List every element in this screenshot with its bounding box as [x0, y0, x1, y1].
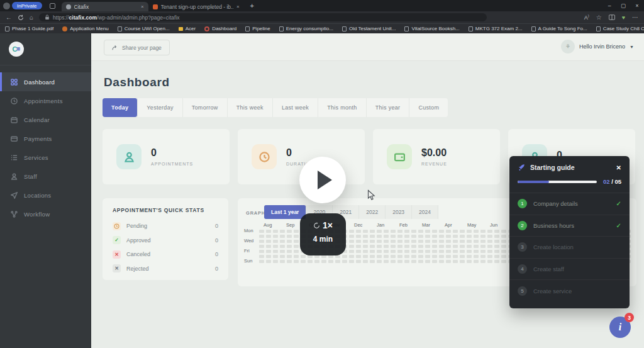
tab-title: Tenant sign-up completed - ib...	[161, 4, 233, 10]
favorites-star-icon[interactable]: ☆	[596, 14, 602, 21]
sidebar-item-payments[interactable]: Payments	[0, 129, 91, 148]
sidebar-item-dashboard[interactable]: Dashboard	[0, 72, 91, 91]
heatmap-cell	[384, 245, 389, 248]
minimize-button[interactable]: –	[602, 3, 616, 9]
bookmark-label: A Guide To Song Fo...	[538, 26, 587, 31]
tab-close-icon[interactable]: ×	[236, 4, 240, 9]
filter-tab-this-year[interactable]: This year	[367, 98, 410, 117]
heatmap-cell	[439, 255, 444, 258]
stat-value: 0	[286, 147, 318, 159]
heatmap-cell	[404, 230, 409, 233]
filter-tab-this-month[interactable]: This month	[318, 98, 367, 117]
browser-tab-tenant[interactable]: Tenant sign-up completed - ib... ×	[148, 2, 244, 11]
read-aloud-icon[interactable]: A)	[584, 14, 589, 21]
sidebar-item-staff[interactable]: Staff	[0, 167, 91, 186]
refresh-icon[interactable]	[18, 14, 24, 21]
heatmap-cell	[294, 240, 299, 243]
pending-clock-icon	[113, 222, 121, 230]
sidebar-item-workflow[interactable]: Workflow	[0, 205, 91, 223]
video-play-button[interactable]	[299, 157, 346, 203]
sidebar-divider	[0, 65, 91, 65]
month-label: Apr	[445, 222, 452, 228]
video-info-badge[interactable]: 1× 4 min	[300, 213, 346, 255]
filter-tab-this-week[interactable]: This week	[228, 98, 273, 117]
more-menu-icon[interactable]: ⋯	[632, 14, 638, 21]
bookmark-item[interactable]: VitalSource Booksh...	[404, 26, 459, 31]
playback-speed-icon	[313, 222, 320, 229]
bookmark-label: Application Menu	[70, 26, 108, 31]
guide-close-icon[interactable]: ✕	[616, 164, 621, 171]
guide-step-company-details[interactable]: 1Company details✓	[509, 193, 630, 215]
heatmap-cell	[335, 260, 340, 263]
heatmap-cell	[501, 230, 506, 233]
graph-tab-2022[interactable]: 2022	[359, 205, 386, 219]
share-icon	[112, 45, 118, 50]
graph-tab-2024[interactable]: 2024	[412, 205, 438, 219]
graph-tab-last-1-year[interactable]: Last 1 year	[264, 205, 306, 219]
heatmap-cell	[425, 260, 430, 263]
bookmark-item[interactable]: Energy consumptio...	[279, 26, 333, 31]
file-icon	[469, 26, 473, 31]
rocket-icon	[518, 164, 525, 171]
sidebar-item-services[interactable]: Services	[0, 148, 91, 167]
bookmark-item[interactable]: MKTG 372 Exam 2...	[469, 26, 523, 31]
sidebar-item-locations[interactable]: Locations	[0, 186, 91, 205]
tab-title: Citafix	[74, 4, 138, 10]
share-page-button[interactable]: Share your page	[104, 40, 170, 55]
back-icon[interactable]: ←	[6, 14, 12, 21]
close-button[interactable]: ×	[630, 3, 644, 9]
browser-toolbar: ← ⌂ https://citafix.com/wp-admin/admin.p…	[0, 11, 644, 23]
filter-tab-yesterday[interactable]: Yesterday	[138, 98, 182, 117]
month-label: Feb	[399, 222, 408, 228]
bookmark-item[interactable]: Pipeline	[245, 26, 270, 31]
mail-favicon-icon	[153, 4, 158, 9]
heatmap-cell	[467, 240, 472, 243]
browser-tabstrip: InPrivate Citafix × Tenant sign-up compl…	[0, 0, 644, 11]
bookmark-item[interactable]: A Guide To Song Fo...	[531, 26, 587, 31]
tab-close-icon[interactable]: ×	[141, 4, 144, 9]
heatmap-cell	[363, 260, 368, 263]
bookmark-item[interactable]: Acer	[179, 26, 196, 31]
maximize-button[interactable]: ▢	[616, 3, 630, 9]
bookmark-item[interactable]: Course UWI Open...	[118, 26, 170, 31]
bookmark-item[interactable]: Dashboard	[204, 26, 236, 31]
heatmap-cell	[474, 230, 479, 233]
filter-tab-last-week[interactable]: Last week	[273, 98, 318, 117]
graph-tab-2023[interactable]: 2023	[386, 205, 412, 219]
bookmark-item[interactable]: Phase 1 Guide.pdf	[5, 26, 53, 31]
heatmap-cell	[266, 250, 271, 253]
sidebar-item-calendar[interactable]: Calendar	[0, 110, 91, 129]
filter-tab-tomorrow[interactable]: Tomorrow	[183, 98, 228, 117]
heatmap-cell	[404, 255, 409, 258]
user-menu[interactable]: ⚘ Hello Irvin Briceno ▼	[561, 40, 634, 53]
bookmark-item[interactable]: Application Menu	[62, 26, 108, 31]
quick-stat-value: 0	[215, 251, 218, 257]
home-icon[interactable]: ⌂	[30, 14, 33, 21]
filter-tab-today[interactable]: Today	[103, 98, 138, 117]
heatmap-cell	[467, 245, 472, 248]
filter-tab-custom[interactable]: Custom	[409, 98, 448, 117]
bookmark-item[interactable]: Old Testament Unit...	[342, 26, 396, 31]
split-screen-icon[interactable]	[609, 14, 615, 20]
guide-step-create-staff[interactable]: 4Create staff✓	[509, 259, 630, 281]
new-tab-button[interactable]: +	[250, 2, 254, 9]
heatmap-cell	[370, 240, 375, 243]
heatmap-cell	[474, 255, 479, 258]
bookmark-item[interactable]: Case Study Ch8 Cy...	[596, 26, 644, 31]
guide-step-business-hours[interactable]: 2Business hours✓	[509, 215, 630, 237]
address-bar[interactable]: https://citafix.com/wp-admin/admin.php?p…	[39, 13, 487, 21]
guide-step-create-service[interactable]: 5Create service✓	[509, 280, 630, 302]
heatmap-cell	[397, 250, 402, 253]
browser-tab-citafix[interactable]: Citafix ×	[62, 2, 148, 11]
browser-essentials-icon[interactable]: ♥	[622, 14, 625, 21]
guide-step-create-location[interactable]: 3Create location✓	[509, 237, 630, 259]
sidebar-item-appointments[interactable]: Appointments	[0, 91, 91, 110]
heatmap-cell	[287, 240, 292, 243]
day-label: Wed	[244, 239, 253, 243]
heatmap-cell	[349, 245, 354, 248]
tab-actions-icon[interactable]	[50, 3, 55, 9]
heatmap-cell	[439, 260, 444, 263]
heatmap-cell	[480, 235, 486, 238]
heatmap-cell	[294, 260, 299, 263]
heatmap-cell	[356, 250, 361, 253]
